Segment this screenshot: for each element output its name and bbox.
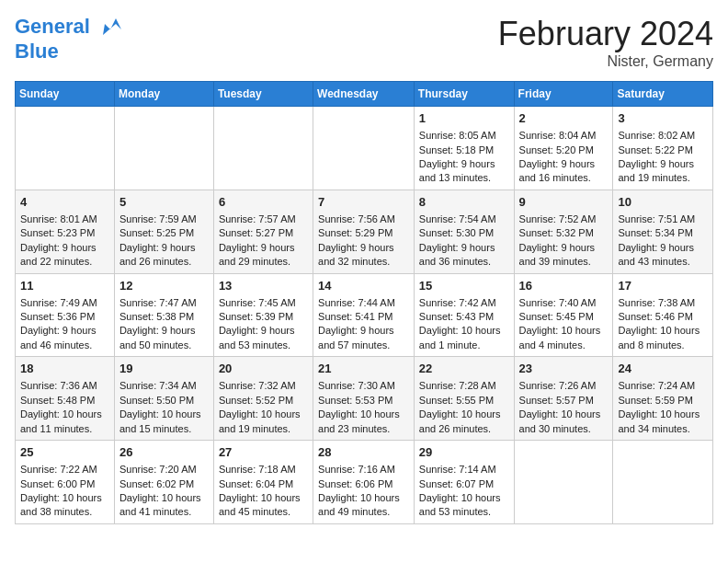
day-info: Sunrise: 7:16 AM Sunset: 6:06 PM Dayligh… [318, 463, 409, 520]
calendar-day-cell [213, 107, 313, 190]
day-info: Sunrise: 7:40 AM Sunset: 5:45 PM Dayligh… [519, 296, 609, 353]
calendar-day-cell: 16Sunrise: 7:40 AM Sunset: 5:45 PM Dayli… [514, 273, 613, 357]
weekday-header: Thursday [414, 82, 514, 107]
day-info: Sunrise: 7:51 AM Sunset: 5:34 PM Dayligh… [618, 213, 708, 270]
weekday-header: Sunday [16, 82, 115, 107]
page-subtitle: Nister, Germany [498, 53, 713, 70]
day-info: Sunrise: 7:14 AM Sunset: 6:07 PM Dayligh… [419, 463, 509, 520]
day-info: Sunrise: 7:32 AM Sunset: 5:52 PM Dayligh… [219, 379, 308, 436]
day-number: 7 [318, 194, 409, 211]
calendar-week-row: 18Sunrise: 7:36 AM Sunset: 5:48 PM Dayli… [16, 357, 713, 441]
day-info: Sunrise: 7:30 AM Sunset: 5:53 PM Dayligh… [318, 379, 409, 436]
calendar-day-cell: 22Sunrise: 7:28 AM Sunset: 5:55 PM Dayli… [414, 357, 514, 441]
weekday-header: Tuesday [213, 82, 313, 107]
day-info: Sunrise: 7:49 AM Sunset: 5:36 PM Dayligh… [20, 296, 109, 353]
title-block: February 2024 Nister, Germany [498, 15, 713, 70]
weekday-header: Saturday [613, 82, 713, 107]
day-number: 22 [419, 361, 509, 377]
day-number: 28 [318, 444, 409, 461]
day-info: Sunrise: 7:26 AM Sunset: 5:57 PM Dayligh… [519, 379, 609, 436]
day-number: 15 [419, 278, 509, 294]
calendar-day-cell: 15Sunrise: 7:42 AM Sunset: 5:43 PM Dayli… [414, 273, 514, 357]
day-number: 25 [20, 444, 109, 461]
day-number: 29 [419, 444, 509, 461]
day-info: Sunrise: 7:47 AM Sunset: 5:38 PM Dayligh… [119, 296, 209, 353]
day-info: Sunrise: 7:36 AM Sunset: 5:48 PM Dayligh… [20, 379, 109, 436]
calendar-day-cell: 5Sunrise: 7:59 AM Sunset: 5:25 PM Daylig… [114, 190, 213, 273]
calendar-week-row: 4Sunrise: 8:01 AM Sunset: 5:23 PM Daylig… [16, 190, 713, 273]
page-header: General Blue February 2024 Nister, Germa… [15, 15, 713, 70]
day-info: Sunrise: 7:54 AM Sunset: 5:30 PM Dayligh… [419, 213, 509, 270]
day-number: 3 [618, 110, 708, 127]
calendar-day-cell [114, 107, 213, 190]
calendar-day-cell: 9Sunrise: 7:52 AM Sunset: 5:32 PM Daylig… [514, 190, 613, 273]
calendar-day-cell: 18Sunrise: 7:36 AM Sunset: 5:48 PM Dayli… [16, 357, 115, 441]
day-info: Sunrise: 7:42 AM Sunset: 5:43 PM Dayligh… [419, 296, 509, 353]
svg-marker-0 [103, 18, 121, 35]
day-info: Sunrise: 7:22 AM Sunset: 6:00 PM Dayligh… [20, 463, 109, 520]
calendar-day-cell: 24Sunrise: 7:24 AM Sunset: 5:59 PM Dayli… [613, 357, 713, 441]
calendar-day-cell: 12Sunrise: 7:47 AM Sunset: 5:38 PM Dayli… [114, 273, 213, 357]
day-number: 16 [519, 278, 609, 294]
day-info: Sunrise: 7:44 AM Sunset: 5:41 PM Dayligh… [318, 296, 409, 353]
day-info: Sunrise: 7:59 AM Sunset: 5:25 PM Dayligh… [119, 213, 209, 270]
calendar-day-cell [16, 107, 115, 190]
calendar-day-cell: 20Sunrise: 7:32 AM Sunset: 5:52 PM Dayli… [213, 357, 313, 441]
calendar-week-row: 11Sunrise: 7:49 AM Sunset: 5:36 PM Dayli… [16, 273, 713, 357]
calendar-day-cell: 2Sunrise: 8:04 AM Sunset: 5:20 PM Daylig… [514, 107, 613, 190]
calendar-day-cell: 10Sunrise: 7:51 AM Sunset: 5:34 PM Dayli… [613, 190, 713, 273]
page-title: February 2024 [498, 15, 713, 53]
day-number: 19 [119, 361, 209, 377]
day-number: 1 [419, 110, 509, 127]
day-number: 5 [119, 194, 209, 211]
calendar-week-row: 1Sunrise: 8:05 AM Sunset: 5:18 PM Daylig… [16, 107, 713, 190]
day-number: 21 [318, 361, 409, 377]
calendar-day-cell: 17Sunrise: 7:38 AM Sunset: 5:46 PM Dayli… [613, 273, 713, 357]
calendar-day-cell: 1Sunrise: 8:05 AM Sunset: 5:18 PM Daylig… [414, 107, 514, 190]
day-number: 26 [119, 444, 209, 461]
day-info: Sunrise: 7:34 AM Sunset: 5:50 PM Dayligh… [119, 379, 209, 436]
calendar-week-row: 25Sunrise: 7:22 AM Sunset: 6:00 PM Dayli… [16, 441, 713, 524]
day-number: 18 [20, 361, 109, 377]
calendar-day-cell: 3Sunrise: 8:02 AM Sunset: 5:22 PM Daylig… [613, 107, 713, 190]
logo-icon [97, 15, 123, 40]
day-info: Sunrise: 7:45 AM Sunset: 5:39 PM Dayligh… [219, 296, 308, 353]
calendar-day-cell: 29Sunrise: 7:14 AM Sunset: 6:07 PM Dayli… [414, 441, 514, 524]
logo: General Blue [15, 15, 123, 63]
weekday-header: Friday [514, 82, 613, 107]
day-number: 17 [618, 278, 708, 294]
calendar-day-cell: 23Sunrise: 7:26 AM Sunset: 5:57 PM Dayli… [514, 357, 613, 441]
day-number: 6 [219, 194, 308, 211]
day-number: 4 [20, 194, 109, 211]
calendar-day-cell: 8Sunrise: 7:54 AM Sunset: 5:30 PM Daylig… [414, 190, 514, 273]
calendar-day-cell: 13Sunrise: 7:45 AM Sunset: 5:39 PM Dayli… [213, 273, 313, 357]
day-info: Sunrise: 7:38 AM Sunset: 5:46 PM Dayligh… [618, 296, 708, 353]
calendar-day-cell: 7Sunrise: 7:56 AM Sunset: 5:29 PM Daylig… [313, 190, 415, 273]
calendar-day-cell [514, 441, 613, 524]
day-number: 9 [519, 194, 609, 211]
day-number: 14 [318, 278, 409, 294]
day-info: Sunrise: 7:52 AM Sunset: 5:32 PM Dayligh… [519, 213, 609, 270]
day-number: 10 [618, 194, 708, 211]
calendar-header-row: SundayMondayTuesdayWednesdayThursdayFrid… [16, 82, 713, 107]
calendar-day-cell: 28Sunrise: 7:16 AM Sunset: 6:06 PM Dayli… [313, 441, 415, 524]
calendar-table: SundayMondayTuesdayWednesdayThursdayFrid… [15, 81, 713, 524]
logo-blue: Blue [15, 40, 123, 63]
day-number: 20 [219, 361, 308, 377]
day-number: 13 [219, 278, 308, 294]
calendar-day-cell: 19Sunrise: 7:34 AM Sunset: 5:50 PM Dayli… [114, 357, 213, 441]
weekday-header: Monday [114, 82, 213, 107]
day-info: Sunrise: 7:28 AM Sunset: 5:55 PM Dayligh… [419, 379, 509, 436]
day-info: Sunrise: 8:05 AM Sunset: 5:18 PM Dayligh… [419, 129, 509, 186]
weekday-header: Wednesday [313, 82, 415, 107]
day-number: 8 [419, 194, 509, 211]
calendar-day-cell: 25Sunrise: 7:22 AM Sunset: 6:00 PM Dayli… [16, 441, 115, 524]
calendar-day-cell [313, 107, 415, 190]
calendar-day-cell: 11Sunrise: 7:49 AM Sunset: 5:36 PM Dayli… [16, 273, 115, 357]
day-number: 12 [119, 278, 209, 294]
calendar-day-cell: 26Sunrise: 7:20 AM Sunset: 6:02 PM Dayli… [114, 441, 213, 524]
day-info: Sunrise: 8:01 AM Sunset: 5:23 PM Dayligh… [20, 213, 109, 270]
day-info: Sunrise: 7:56 AM Sunset: 5:29 PM Dayligh… [318, 213, 409, 270]
day-number: 24 [618, 361, 708, 377]
calendar-body: 1Sunrise: 8:05 AM Sunset: 5:18 PM Daylig… [16, 107, 713, 524]
